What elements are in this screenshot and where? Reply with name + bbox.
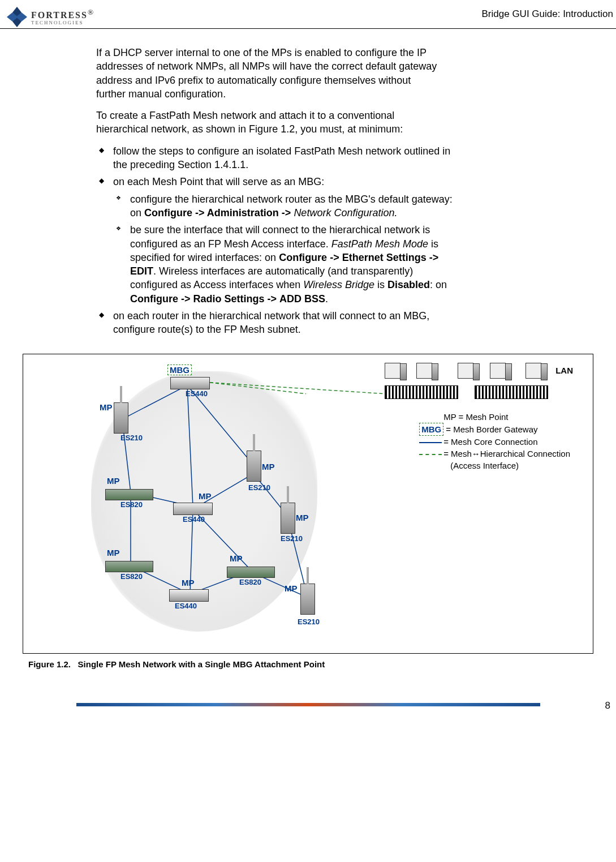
device-es820-1 [105, 489, 153, 500]
footer-bar [76, 703, 540, 706]
device-es440-3 [169, 589, 209, 602]
mp-label-5: MP [296, 513, 309, 522]
pc-icon [385, 363, 400, 379]
page-header: FORTRESS® TECHNOLOGIES Bridge GUI Guide:… [0, 0, 616, 29]
device-es210-4 [300, 584, 315, 615]
device-es440-mbg [170, 377, 210, 389]
device-es440-2 [173, 503, 213, 515]
device-es210-2 [247, 451, 261, 482]
paragraph-2: To create a FastPath Mesh network and at… [96, 109, 438, 136]
mp-label-6: MP [107, 548, 120, 557]
body-content: If a DHCP server internal to one of the … [0, 46, 616, 337]
legend-core: = Mesh Core Connection [419, 436, 570, 448]
logo-icon [6, 6, 28, 28]
es-label-mbg: ES440 [186, 389, 208, 398]
figure-1-2: MP ES210 MBG ES440 MP ES820 MP ES440 MP … [23, 354, 593, 654]
pc-icon [458, 363, 473, 379]
mp-label-7: MP [182, 578, 195, 587]
bullet-1: follow the steps to configure an isolate… [96, 144, 453, 172]
device-es820-2 [105, 561, 153, 572]
device-es210-1 [114, 402, 128, 434]
switch-icon [475, 385, 548, 399]
es-label-8: ES820 [239, 578, 261, 586]
switch-icon [385, 385, 458, 399]
es-label-3: ES440 [183, 515, 205, 524]
mp-label-9: MP [285, 584, 298, 593]
page-footer: 8 [0, 703, 616, 720]
mp-label-2: MP [107, 476, 120, 486]
es-label-2: ES820 [120, 500, 143, 509]
es-label-9: ES210 [298, 617, 320, 626]
mp-label-1: MP [100, 402, 113, 412]
es-label-5: ES210 [281, 534, 303, 543]
paragraph-1: If a DHCP server internal to one of the … [96, 46, 438, 101]
figure-caption: Figure 1.2. Single FP Mesh Network with … [28, 659, 616, 669]
device-es820-3 [227, 567, 275, 578]
lan-label: LAN [555, 366, 573, 375]
legend-mbg: MBG = Mesh Border Gateway [419, 423, 570, 436]
logo-main-text: FORTRESS® [31, 8, 93, 20]
bullet-3: on each router in the hierarchical netwo… [96, 309, 453, 337]
pc-icon [490, 363, 506, 379]
legend-mp: MP = Mesh Point [419, 411, 570, 423]
logo-sub-text: TECHNOLOGIES [31, 20, 93, 25]
figure-legend: MP = Mesh Point MBG = Mesh Border Gatewa… [419, 411, 570, 471]
sub-bullet-1: configure the hierarchical network route… [113, 192, 453, 220]
es-label-4: ES210 [248, 483, 270, 492]
mp-label-3: MP [199, 491, 212, 501]
legend-access: = Mesh↔Hierarchical Connection [419, 448, 570, 460]
pc-icon [416, 363, 432, 379]
mbg-label: MBG [167, 364, 192, 375]
mp-label-4: MP [262, 462, 275, 471]
es-label-1: ES210 [120, 434, 143, 442]
logo: FORTRESS® TECHNOLOGIES [0, 6, 93, 28]
header-guide-title: Bridge GUI Guide: Introduction [482, 6, 616, 20]
es-label-7: ES440 [175, 602, 197, 610]
mp-label-8: MP [230, 554, 243, 563]
pc-icon [525, 363, 541, 379]
es-label-6: ES820 [120, 572, 143, 581]
sub-bullet-2: be sure the interface that will connect … [113, 223, 453, 306]
lan-group: LAN [385, 363, 565, 401]
bullet-2: on each Mesh Point that will serve as an… [96, 175, 453, 306]
page-number: 8 [605, 700, 610, 711]
legend-access-sub: (Access Interface) [419, 460, 570, 471]
device-es210-3 [281, 503, 295, 534]
